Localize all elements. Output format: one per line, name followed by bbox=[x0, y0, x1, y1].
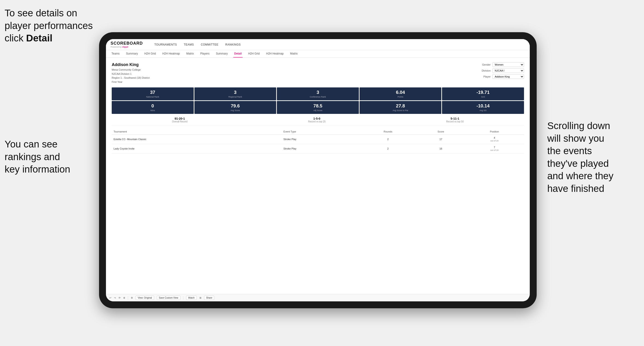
player-filter-row: Player Addison King bbox=[478, 74, 524, 79]
wins-label: Wins bbox=[114, 109, 192, 112]
top-nav: SCOREBOARD Powered by clippd TOURNAMENTS… bbox=[106, 39, 530, 50]
record-top50-label: Record vs top 50 bbox=[446, 120, 464, 123]
tournament-table: Tournament Event Type Rounds Score Posit… bbox=[112, 129, 524, 154]
avg-score-value: 79.6 bbox=[196, 103, 274, 109]
watch-button[interactable]: Watch bbox=[186, 296, 197, 300]
stats-row-2: 0 Wins 79.6 Avg Score 78.5 Adj Score 2 bbox=[112, 101, 524, 114]
tab-h2h-heatmap[interactable]: H2H Heatmap bbox=[162, 50, 181, 57]
share-button[interactable]: Share bbox=[204, 296, 214, 300]
national-rank-label: National Rank bbox=[114, 96, 192, 98]
player-region: Region 1 - Southwest (18) District bbox=[112, 76, 150, 80]
conference-rank-value: 3 bbox=[279, 90, 357, 95]
division-label: Division bbox=[478, 69, 490, 72]
player-year: First Year bbox=[112, 80, 150, 84]
stat-sos: -19.71 SoS bbox=[442, 87, 524, 100]
toolbar-settings-icon[interactable]: ⚙ bbox=[131, 297, 133, 299]
save-custom-button[interactable]: Save Custom View bbox=[157, 296, 180, 300]
logo-area: SCOREBOARD Powered by clippd bbox=[110, 41, 143, 48]
tab-summary2[interactable]: Summary bbox=[215, 50, 228, 57]
records-row: 91-20-1 Overall Record 1-5-0 Record vs t… bbox=[112, 115, 524, 125]
table-row: Lady Coyote Invite Stroke Play 2 16 7 ou… bbox=[112, 144, 524, 154]
toolbar-refresh-icon[interactable]: ⟳ bbox=[118, 297, 120, 299]
avg-sg-value: -10.14 bbox=[444, 103, 522, 109]
tab-matrix2[interactable]: Matrix bbox=[289, 50, 299, 57]
record-top50: 5-11-1 Record vs top 50 bbox=[446, 117, 464, 123]
view-original-button[interactable]: View: Original bbox=[136, 296, 154, 300]
score-2: 16 bbox=[417, 144, 465, 154]
table-body: Estella CC- Mountain Classic Stroke Play… bbox=[112, 135, 524, 154]
tab-h2h-grid[interactable]: H2H Grid bbox=[144, 50, 157, 57]
toolbar-separator-2 bbox=[183, 296, 183, 300]
toolbar-separator bbox=[128, 296, 128, 300]
stat-adj-score: 78.5 Adj Score bbox=[277, 101, 359, 114]
player-college: Mesa Community College bbox=[112, 68, 150, 72]
player-label: Player bbox=[478, 75, 490, 78]
tab-teams[interactable]: Teams bbox=[110, 50, 120, 57]
avg-score-par-value: 27.8 bbox=[362, 103, 440, 109]
position-1: 4 out of 20 bbox=[465, 135, 524, 144]
player-info: Addison King Mesa Community College NJCA… bbox=[112, 62, 150, 84]
player-header: Addison King Mesa Community College NJCA… bbox=[112, 62, 524, 84]
th-position: Position bbox=[465, 129, 524, 135]
points-label: Points bbox=[362, 96, 440, 98]
stats-row-1: 37 National Rank 3 Regional Rank 3 Confe… bbox=[112, 87, 524, 100]
th-rounds: Rounds bbox=[359, 129, 417, 135]
event-type-1: Stroke Play bbox=[282, 135, 359, 144]
toolbar-icon-share[interactable]: ⊞ bbox=[200, 297, 201, 299]
tournament-name-2: Lady Coyote Invite bbox=[112, 144, 282, 154]
tab-players[interactable]: Players bbox=[199, 50, 210, 57]
gender-select[interactable]: Women bbox=[492, 62, 524, 67]
position-2: 7 out of 20 bbox=[465, 144, 524, 154]
annotation-bottom-left: You can see rankings and key information bbox=[4, 138, 92, 176]
main-content: Addison King Mesa Community College NJCA… bbox=[106, 58, 530, 294]
sos-value: -19.71 bbox=[444, 90, 522, 95]
table-header: Tournament Event Type Rounds Score Posit… bbox=[112, 129, 524, 135]
adj-score-label: Adj Score bbox=[279, 109, 357, 112]
adj-score-value: 78.5 bbox=[279, 103, 357, 109]
nav-tournaments[interactable]: TOURNAMENTS bbox=[154, 42, 177, 47]
wins-value: 0 bbox=[114, 103, 192, 109]
tab-h2h-grid2[interactable]: H2H Grid bbox=[247, 50, 260, 57]
player-name: Addison King bbox=[112, 62, 150, 67]
nav-rankings[interactable]: RANKINGS bbox=[225, 42, 241, 47]
player-filters: Gender Women Division NJCAA I bbox=[478, 62, 524, 84]
stat-points: 6.04 Points bbox=[360, 87, 442, 100]
tournament-name-1: Estella CC- Mountain Classic bbox=[112, 135, 282, 144]
logo-scoreboard: SCOREBOARD bbox=[110, 41, 143, 46]
division-select[interactable]: NJCAA I bbox=[492, 68, 524, 73]
tablet-screen: SCOREBOARD Powered by clippd TOURNAMENTS… bbox=[106, 39, 530, 301]
stat-wins: 0 Wins bbox=[112, 101, 194, 114]
nav-teams[interactable]: TEAMS bbox=[184, 42, 194, 47]
record-top25-label: Record vs top 25 bbox=[308, 120, 326, 123]
avg-score-label: Avg Score bbox=[196, 109, 274, 112]
points-value: 6.04 bbox=[362, 90, 440, 95]
tab-summary[interactable]: Summary bbox=[125, 50, 139, 57]
th-score: Score bbox=[417, 129, 465, 135]
toolbar-redo-icon[interactable]: ↪ bbox=[114, 297, 116, 299]
national-rank-value: 37 bbox=[114, 90, 192, 95]
record-overall-label: Overall Record bbox=[172, 120, 188, 123]
toolbar-zoom-icon[interactable]: ⊕ bbox=[123, 297, 125, 299]
th-tournament: Tournament bbox=[112, 129, 282, 135]
conference-rank-label: Conference Rank bbox=[279, 96, 357, 98]
stat-regional-rank: 3 Regional Rank bbox=[194, 87, 276, 100]
logo-powered: Powered by clippd bbox=[110, 46, 143, 48]
stat-conference-rank: 3 Conference Rank bbox=[277, 87, 359, 100]
table-row: Estella CC- Mountain Classic Stroke Play… bbox=[112, 135, 524, 144]
annotation-detail-bold: Detail bbox=[26, 33, 52, 43]
avg-sg-label: Avg SG bbox=[444, 109, 522, 112]
toolbar-undo-icon[interactable]: ↩ bbox=[110, 297, 111, 299]
rounds-2: 2 bbox=[359, 144, 417, 154]
regional-rank-value: 3 bbox=[196, 90, 274, 95]
avg-score-par-label: Avg Score to Par bbox=[362, 109, 440, 112]
tab-detail[interactable]: Detail bbox=[233, 50, 243, 57]
tab-h2h-heatmap2[interactable]: H2H Heatmap bbox=[265, 50, 284, 57]
tab-matrix[interactable]: Matrix bbox=[186, 50, 195, 57]
record-top25: 1-5-0 Record vs top 25 bbox=[308, 117, 326, 123]
player-select[interactable]: Addison King bbox=[492, 74, 524, 79]
player-division: NJCAA Division 1 bbox=[112, 72, 150, 76]
nav-committee[interactable]: COMMITTEE bbox=[201, 42, 218, 47]
content-panel: Addison King Mesa Community College NJCA… bbox=[106, 58, 530, 294]
event-type-2: Stroke Play bbox=[282, 144, 359, 154]
stat-national-rank: 37 National Rank bbox=[112, 87, 194, 100]
